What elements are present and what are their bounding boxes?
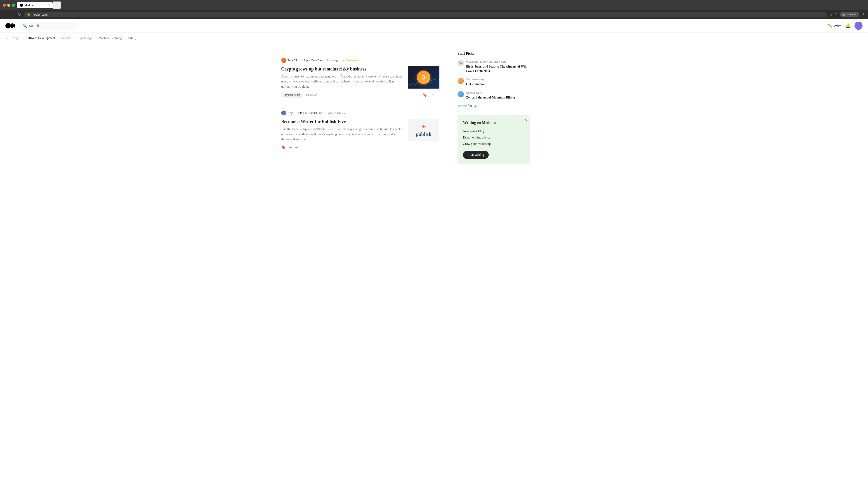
notifications-button[interactable]: 🔔 bbox=[845, 23, 851, 29]
sp-title[interactable]: Get in the Van. bbox=[466, 82, 530, 87]
reload-button[interactable]: ↻ bbox=[17, 11, 22, 18]
article-title[interactable]: Crypto grows up but remains risky busine… bbox=[281, 66, 403, 72]
window-close-button[interactable] bbox=[3, 4, 6, 7]
svg-point-2 bbox=[14, 24, 16, 28]
browser-navbar: ← → ↻ 🔒 ☆ ⊡ 🕵️ Incognito ⋮ bbox=[0, 10, 868, 19]
incognito-icon: 🕵️ bbox=[842, 13, 845, 16]
medium-app: 🔍 ✏️ Write 🔔 ‹ Design Software Developme… bbox=[0, 19, 868, 480]
bookmark-star-icon[interactable]: ☆ bbox=[829, 12, 832, 17]
article-body: Become a Writer for Publish Five Join th… bbox=[281, 119, 439, 142]
article-footer: Cryptocurrency 3 min read 🔖 ⊖ ··· bbox=[281, 92, 439, 98]
publication-name[interactable]: Alpha Beta Blog bbox=[303, 59, 323, 62]
hide-article-button[interactable]: ⊖ bbox=[289, 145, 292, 149]
save-article-button[interactable]: 🔖 bbox=[423, 93, 427, 97]
article-thumbnail: ₿ bbox=[408, 66, 439, 89]
window-controls bbox=[3, 4, 15, 7]
sp-author-name[interactable]: Joan Westenberg bbox=[466, 78, 485, 81]
sp-avatar bbox=[458, 91, 464, 97]
sp-pub-name[interactable]: Down the Rabbit Hole bbox=[482, 60, 506, 63]
see-full-list-link[interactable]: See the full list bbox=[458, 104, 530, 108]
publish-star-icon: ✦ bbox=[421, 123, 426, 130]
search-input[interactable] bbox=[29, 24, 65, 28]
medium-logo[interactable] bbox=[5, 23, 16, 29]
author-name[interactable]: Tony Yiu bbox=[287, 59, 298, 62]
category-software-dev[interactable]: Software Development bbox=[26, 35, 55, 41]
article-excerpt: And still a nest for scammers and gamble… bbox=[281, 74, 403, 89]
writing-card-title: Writing on Medium bbox=[463, 121, 524, 125]
tab-close-icon[interactable]: ✕ bbox=[48, 3, 50, 7]
category-prev-button[interactable]: ‹ bbox=[5, 36, 10, 41]
hide-article-button[interactable]: ⊖ bbox=[430, 93, 433, 97]
sp-title[interactable]: Birds, bugs, and beauty: The winners of … bbox=[466, 64, 530, 73]
category-next-button[interactable]: › bbox=[133, 36, 138, 41]
svg-point-1 bbox=[11, 23, 14, 28]
article-card: Tony Yiu in Alpha Beta Blog · 2 days ago… bbox=[281, 52, 439, 104]
tab-title: Medium bbox=[24, 3, 34, 7]
article-actions: 🔖 ⊖ ··· bbox=[423, 93, 439, 97]
write-label: Write bbox=[834, 24, 842, 28]
author-name[interactable]: Aby JOSEPH bbox=[287, 111, 304, 115]
sp-author-name[interactable]: Quentin Septer bbox=[466, 91, 483, 94]
sp-content: Wikimedia in Down the Rabbit Hole Birds,… bbox=[466, 60, 530, 73]
article-title[interactable]: Become a Writer for Publish Five bbox=[281, 119, 403, 125]
writing-card-close-button[interactable]: ✕ bbox=[524, 118, 527, 122]
article-body: Crypto grows up but remains risky busine… bbox=[281, 66, 439, 89]
author-in-label: in bbox=[300, 59, 302, 62]
article-thumbnail: ✦ publish bbox=[408, 119, 439, 141]
forward-button[interactable]: → bbox=[10, 12, 16, 18]
article-tag[interactable]: Cryptocurrency bbox=[281, 92, 303, 98]
sp-title[interactable]: Zen and the Art of Mountain Biking bbox=[466, 95, 530, 100]
browser-chrome: Medium ✕ + ← → ↻ 🔒 ☆ ⊡ 🕵️ Incognito ⋮ bbox=[0, 0, 868, 19]
active-tab[interactable]: Medium ✕ bbox=[17, 2, 53, 8]
staff-picks-section: Staff Picks W Wikimedia in Down the Rabb… bbox=[458, 52, 530, 108]
address-bar[interactable]: 🔒 bbox=[24, 12, 827, 17]
publication-name[interactable]: PublishFive bbox=[309, 111, 323, 115]
tab-bar: Medium ✕ + bbox=[17, 1, 440, 9]
split-view-icon[interactable]: ⊡ bbox=[835, 12, 837, 17]
avatar-image bbox=[855, 22, 863, 30]
write-button[interactable]: ✏️ Write bbox=[828, 24, 842, 28]
search-bar[interactable]: 🔍 bbox=[19, 22, 78, 30]
sp-author-line: Quentin Septer bbox=[466, 91, 530, 94]
new-tab-button[interactable]: + bbox=[53, 1, 61, 9]
browser-titlebar: Medium ✕ + bbox=[0, 0, 868, 10]
sp-author-name[interactable]: Wikimedia bbox=[466, 60, 478, 63]
member-badge: ★ Member-only bbox=[343, 59, 361, 62]
more-options-button[interactable]: ··· bbox=[295, 145, 298, 149]
sp-avatar: W bbox=[458, 60, 464, 66]
staff-pick-item: Quentin Septer Zen and the Art of Mounta… bbox=[458, 91, 530, 100]
staff-pick-item: Joan Westenberg Get in the Van. bbox=[458, 78, 530, 87]
more-options-icon[interactable]: ⋮ bbox=[862, 12, 865, 17]
meta-separator-2: · bbox=[340, 59, 341, 62]
main-layout: Tony Yiu in Alpha Beta Blog · 2 days ago… bbox=[276, 44, 592, 171]
category-psychology[interactable]: Psychology bbox=[78, 35, 92, 41]
category-design[interactable]: Design bbox=[10, 35, 20, 41]
window-maximize-button[interactable] bbox=[12, 4, 15, 7]
user-avatar[interactable] bbox=[855, 22, 863, 30]
medium-navbar: 🔍 ✏️ Write 🔔 bbox=[0, 19, 868, 33]
svg-point-0 bbox=[5, 23, 11, 29]
article-meta: Tony Yiu in Alpha Beta Blog · 2 days ago… bbox=[281, 58, 439, 63]
bitcoin-icon: ₿ bbox=[417, 70, 430, 84]
save-article-button[interactable]: 🔖 bbox=[281, 145, 286, 149]
expert-writing-advice-link[interactable]: Expert writing advice bbox=[463, 136, 524, 139]
more-options-button[interactable]: ··· bbox=[436, 93, 439, 97]
search-icon: 🔍 bbox=[23, 24, 27, 28]
category-machine-learning[interactable]: Machine Learning bbox=[98, 35, 122, 41]
category-science[interactable]: Science bbox=[61, 35, 71, 41]
incognito-badge: 🕵️ Incognito bbox=[840, 12, 860, 17]
author-avatar bbox=[281, 58, 286, 63]
sidebar: Staff Picks W Wikimedia in Down the Rabb… bbox=[458, 52, 530, 164]
back-button[interactable]: ← bbox=[3, 12, 8, 18]
new-writer-faq-link[interactable]: New writer FAQ bbox=[463, 129, 524, 133]
article-feed: Tony Yiu in Alpha Beta Blog · 2 days ago… bbox=[281, 52, 439, 164]
read-time: 3 min read bbox=[305, 93, 317, 97]
url-input[interactable] bbox=[32, 13, 824, 16]
start-writing-button[interactable]: Start writing bbox=[463, 151, 489, 159]
article-text: Become a Writer for Publish Five Join th… bbox=[281, 119, 403, 142]
article-footer: 🔖 ⊖ ··· bbox=[281, 145, 439, 149]
window-minimize-button[interactable] bbox=[7, 4, 10, 7]
grow-readership-link[interactable]: Grow your readership bbox=[463, 142, 524, 146]
category-life[interactable]: Life bbox=[128, 35, 133, 41]
article-text: Crypto grows up but remains risky busine… bbox=[281, 66, 403, 89]
